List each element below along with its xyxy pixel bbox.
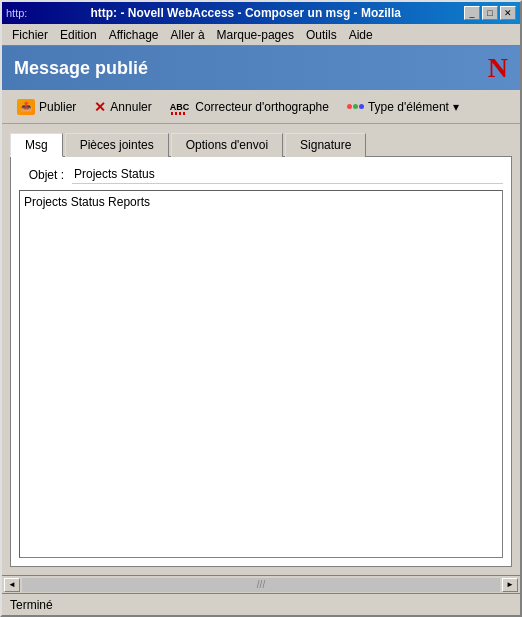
close-button[interactable]: ✕: [500, 6, 516, 20]
objet-input[interactable]: [72, 165, 503, 184]
main-window: http: http: - Novell WebAccess - Compose…: [0, 0, 522, 617]
type-icon: [347, 104, 364, 109]
cancel-icon: ✕: [94, 99, 106, 115]
cancel-button[interactable]: ✕ Annuler: [87, 96, 158, 118]
cancel-label: Annuler: [110, 100, 151, 114]
tab-pieces-jointes[interactable]: Pièces jointes: [65, 133, 169, 157]
menu-aller-a[interactable]: Aller à: [165, 26, 211, 44]
scrollbar-area: ◄ /// ►: [2, 575, 520, 593]
scroll-right-button[interactable]: ►: [502, 578, 518, 592]
menu-marque-pages[interactable]: Marque-pages: [211, 26, 300, 44]
publish-label: Publier: [39, 100, 76, 114]
appbar-title: Message publié: [14, 58, 148, 79]
menu-aide[interactable]: Aide: [343, 26, 379, 44]
type-dropdown-icon: ▾: [453, 100, 459, 114]
titlebar: http: http: - Novell WebAccess - Compose…: [2, 2, 520, 24]
message-body[interactable]: Projects Status Reports: [19, 190, 503, 558]
objet-row: Objet :: [19, 165, 503, 184]
statusbar: Terminé: [2, 593, 520, 615]
tab-msg[interactable]: Msg: [10, 133, 63, 157]
menu-outils[interactable]: Outils: [300, 26, 343, 44]
menu-affichage[interactable]: Affichage: [103, 26, 165, 44]
titlebar-controls: _ □ ✕: [464, 6, 516, 20]
publish-icon: 📤: [17, 99, 35, 115]
scroll-track[interactable]: ///: [22, 578, 500, 592]
tabs: Msg Pièces jointes Options d'envoi Signa…: [10, 132, 512, 156]
tab-signature[interactable]: Signature: [285, 133, 366, 157]
objet-label: Objet :: [19, 168, 64, 182]
spellcheck-icon: ABC: [170, 99, 192, 115]
type-element-button[interactable]: Type d'élément ▾: [340, 97, 466, 117]
appbar: Message publié N: [2, 46, 520, 90]
menu-edition[interactable]: Edition: [54, 26, 103, 44]
scroll-left-button[interactable]: ◄: [4, 578, 20, 592]
menubar: Fichier Edition Affichage Aller à Marque…: [2, 24, 520, 46]
publish-button[interactable]: 📤 Publier: [10, 96, 83, 118]
titlebar-url: http:: [6, 7, 27, 19]
toolbar: 📤 Publier ✕ Annuler ABC Correcteur d'ort…: [2, 90, 520, 124]
maximize-button[interactable]: □: [482, 6, 498, 20]
titlebar-left: http:: [6, 7, 27, 19]
type-label: Type d'élément: [368, 100, 449, 114]
spellcheck-label: Correcteur d'orthographe: [195, 100, 329, 114]
titlebar-title: http: - Novell WebAccess - Composer un m…: [27, 6, 464, 20]
scroll-middle: ///: [257, 579, 265, 590]
minimize-button[interactable]: _: [464, 6, 480, 20]
tab-options-envoi[interactable]: Options d'envoi: [171, 133, 283, 157]
main-content: Msg Pièces jointes Options d'envoi Signa…: [2, 124, 520, 575]
menu-fichier[interactable]: Fichier: [6, 26, 54, 44]
status-text: Terminé: [10, 598, 53, 612]
form-area: Objet : Projects Status Reports: [10, 156, 512, 567]
novell-logo: N: [488, 54, 508, 82]
spellcheck-button[interactable]: ABC Correcteur d'orthographe: [163, 96, 336, 118]
